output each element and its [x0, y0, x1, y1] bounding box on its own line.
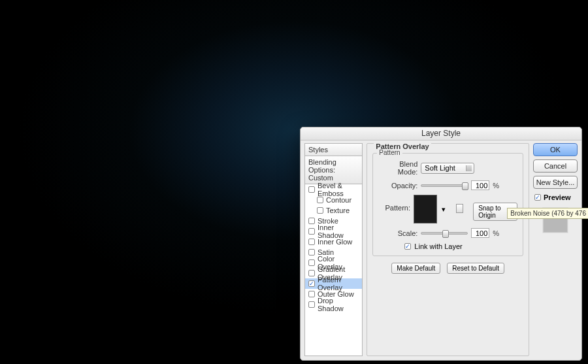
opacity-value[interactable]: 100	[471, 180, 489, 190]
dialog-body: Styles Blending Options: Custom Bevel & …	[301, 141, 581, 360]
style-checkbox[interactable]	[308, 270, 315, 276]
dialog-title: Layer Style	[301, 127, 581, 141]
pattern-label: Pattern:	[378, 204, 410, 212]
scale-value[interactable]: 100	[471, 228, 489, 238]
preview-checkbox[interactable]	[534, 194, 541, 201]
style-checkbox[interactable]	[308, 280, 315, 287]
opacity-slider[interactable]	[421, 184, 468, 187]
blend-mode-row: Blend Mode: Soft Light	[378, 160, 517, 176]
reset-to-default-button[interactable]: Reset to Default	[447, 263, 504, 274]
preview-label: Preview	[544, 193, 571, 201]
style-item-bevel-emboss[interactable]: Bevel & Emboss	[305, 184, 362, 195]
styles-header[interactable]: Styles	[304, 143, 363, 156]
opacity-thumb[interactable]	[462, 182, 468, 190]
cancel-button[interactable]: Cancel	[533, 159, 578, 173]
style-checkbox[interactable]	[308, 259, 315, 266]
blending-options-header[interactable]: Blending Options: Custom	[304, 156, 363, 184]
new-style-button[interactable]: New Style...	[533, 176, 578, 189]
style-item-inner-shadow[interactable]: Inner Shadow	[305, 226, 362, 237]
scale-label: Scale:	[378, 229, 417, 237]
pattern-group: Pattern Blend Mode: Soft Light Opacity: …	[372, 153, 523, 256]
style-checkbox[interactable]	[308, 239, 315, 245]
style-label: Bevel & Emboss	[318, 182, 360, 197]
chevron-down-icon: ▾	[442, 205, 446, 214]
style-label: Drop Shadow	[318, 297, 360, 312]
opacity-label: Opacity:	[378, 182, 417, 190]
pattern-row: Pattern: ▾ Snap to Origin	[378, 195, 517, 223]
styles-column: Styles Blending Options: Custom Bevel & …	[304, 143, 363, 356]
link-row: Link with Layer	[404, 242, 517, 250]
style-label: Pattern Overlay	[318, 276, 360, 291]
layer-style-dialog: Layer Style Styles Blending Options: Cus…	[300, 127, 582, 361]
make-default-button[interactable]: Make Default	[391, 263, 440, 274]
styles-list: Bevel & EmbossContourTextureStrokeInner …	[304, 184, 363, 356]
style-label: Texture	[326, 207, 350, 214]
style-checkbox[interactable]	[308, 228, 315, 235]
style-checkbox[interactable]	[308, 186, 315, 193]
scale-row: Scale: 100 %	[378, 228, 517, 238]
style-checkbox[interactable]	[308, 249, 315, 256]
ok-button[interactable]: OK	[533, 143, 578, 156]
blend-mode-select[interactable]: Soft Light	[421, 163, 474, 174]
style-label: Inner Glow	[318, 238, 352, 246]
link-with-layer-checkbox[interactable]	[404, 243, 411, 250]
blend-mode-label: Blend Mode:	[378, 160, 417, 176]
percent-label-2: %	[493, 229, 499, 237]
default-buttons-row: Make Default Reset to Default	[372, 263, 523, 274]
style-checkbox[interactable]	[317, 197, 323, 203]
style-item-drop-shadow[interactable]: Drop Shadow	[305, 299, 362, 310]
pattern-tooltip: Broken Noise (476 by 476 pixels, RGB mod…	[507, 208, 588, 219]
new-preset-icon[interactable]	[456, 204, 464, 213]
style-item-texture[interactable]: Texture	[305, 205, 362, 216]
style-checkbox[interactable]	[308, 301, 315, 308]
style-label: Contour	[326, 196, 351, 204]
preview-row: Preview	[533, 192, 578, 201]
style-item-pattern-overlay[interactable]: Pattern Overlay	[305, 278, 362, 289]
scale-slider[interactable]	[421, 232, 468, 235]
opacity-row: Opacity: 100 %	[378, 180, 517, 190]
pattern-swatch[interactable]	[414, 195, 437, 223]
style-checkbox[interactable]	[308, 218, 315, 224]
right-button-column: OK Cancel New Style... Preview	[533, 143, 578, 356]
link-with-layer-label: Link with Layer	[414, 242, 462, 250]
pattern-group-label: Pattern	[377, 149, 402, 156]
scale-thumb[interactable]	[442, 230, 449, 238]
settings-panel: Pattern Overlay Pattern Blend Mode: Soft…	[367, 143, 529, 356]
style-checkbox[interactable]	[317, 207, 323, 214]
style-label: Inner Shadow	[318, 223, 360, 239]
pattern-picker-arrow[interactable]: ▾	[440, 195, 446, 223]
percent-label: %	[493, 182, 499, 190]
style-checkbox[interactable]	[308, 291, 315, 297]
